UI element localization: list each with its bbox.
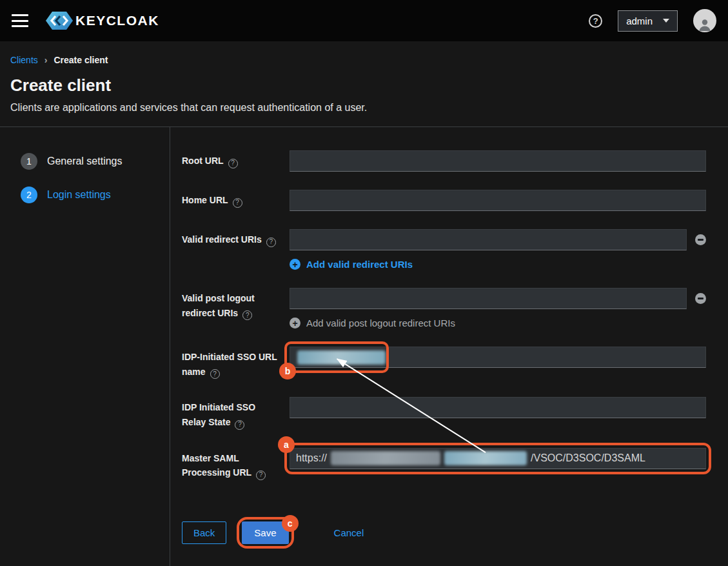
save-button[interactable]: Save [242,521,288,544]
valid-post-logout-uri-input[interactable] [290,288,687,309]
wizard-content: 1 General settings 2 Login settings Root… [0,126,728,566]
remove-redirect-uri-icon[interactable] [695,234,706,245]
add-link-label: Add valid redirect URIs [306,259,413,270]
wizard-step-general-settings[interactable]: 1 General settings [21,148,170,175]
user-menu-label: admin [626,15,653,26]
remove-post-logout-uri-icon[interactable] [695,293,706,304]
cancel-button[interactable]: Cancel [331,521,367,544]
label-text: IDP Initiated SSO Relay State [182,402,255,427]
label-text: IDP-Initiated SSO URL name [182,352,277,377]
master-saml-url-label: Master SAML Processing URL? [182,448,290,480]
root-url-input[interactable] [290,150,706,172]
help-icon[interactable]: ? [242,310,252,320]
form-group-home-url: Home URL? [182,190,706,211]
home-url-label: Home URL? [182,190,290,208]
label-text: Root URL [182,156,224,166]
help-icon[interactable]: ? [233,198,242,208]
idp-sso-relay-state-input[interactable] [290,397,706,418]
user-icon [697,17,713,32]
add-link-label: Add valid post logout redirect URIs [306,318,455,328]
avatar[interactable] [693,9,716,32]
form-actions: Back Save c Cancel [182,521,706,544]
step-number: 1 [21,153,37,170]
wizard-nav: 1 General settings 2 Login settings [0,127,170,566]
master-saml-url-prefix: https:// [296,452,327,464]
login-settings-form: Root URL? Home URL? Valid redirect URIs? [170,127,728,566]
breadcrumb-current: Create client [54,55,108,65]
breadcrumb-separator-icon: › [44,55,48,65]
back-button[interactable]: Back [182,521,226,544]
master-saml-url-suffix: /VSOC/D3SOC/D3SAML [531,452,645,464]
label-text: Valid redirect URIs [182,234,262,245]
nav-toggle-hamburger-icon[interactable] [12,14,28,27]
masthead-tools: ? admin [589,9,716,32]
idp-sso-relay-state-label: IDP Initiated SSO Relay State? [182,397,290,429]
help-icon[interactable]: ? [266,238,276,247]
label-text: Home URL [182,195,228,205]
brand-name: KEYCLOAK [75,13,159,28]
step-label: General settings [47,156,123,167]
add-valid-post-logout-uris-button[interactable]: + Add valid post logout redirect URIs [290,318,455,328]
help-icon[interactable]: ? [235,420,244,430]
step-label: Login settings [47,189,111,201]
wizard-step-login-settings[interactable]: 2 Login settings [21,181,170,208]
idp-sso-url-name-input[interactable] [290,347,706,368]
add-valid-redirect-uris-button[interactable]: + Add valid redirect URIs [290,259,413,270]
valid-redirect-uri-input[interactable] [290,229,687,250]
valid-post-logout-uris-label: Valid post logout redirect URIs? [182,288,290,320]
breadcrumb: Clients › Create client [0,41,728,72]
label-text: Master SAML Processing URL [182,453,251,478]
help-icon[interactable]: ? [228,159,238,168]
page-subtitle: Clients are applications and services th… [10,102,716,114]
chevron-down-icon [663,19,669,23]
breadcrumb-clients-link[interactable]: Clients [10,55,38,65]
masthead: KEYCLOAK ? admin [0,0,728,41]
keycloak-logo-icon [45,11,74,30]
form-group-idp-sso-url-name: IDP-Initiated SSO URL name? b [182,347,706,379]
form-group-idp-sso-relay-state: IDP Initiated SSO Relay State? [182,397,706,429]
home-url-input[interactable] [290,190,706,211]
help-icon[interactable]: ? [210,369,220,379]
help-icon[interactable]: ? [256,470,266,480]
idp-sso-url-name-label: IDP-Initiated SSO URL name? [182,347,290,379]
page-title: Create client [10,76,716,96]
step-number: 2 [21,187,37,203]
valid-redirect-uris-label: Valid redirect URIs? [182,229,290,247]
form-group-valid-post-logout-uris: Valid post logout redirect URIs? + Add v… [182,288,706,328]
root-url-label: Root URL? [182,150,290,168]
help-icon[interactable]: ? [589,14,602,28]
form-group-valid-redirect-uris: Valid redirect URIs? + Add valid redirec… [182,229,706,270]
redacted-path-segment [444,451,527,465]
plus-icon: + [290,259,300,270]
form-group-master-saml-url: Master SAML Processing URL? https:// /VS… [182,448,706,480]
form-group-root-url: Root URL? [182,150,706,172]
redacted-host-segment [331,451,440,465]
redacted-sso-url-name-value [297,350,386,365]
page-header: Create client Clients are applications a… [0,72,728,126]
user-menu-dropdown[interactable]: admin [618,10,678,32]
keycloak-brand: KEYCLOAK [45,11,159,30]
master-saml-processing-url-input[interactable]: https:// /VSOC/D3SOC/D3SAML [290,448,706,469]
plus-icon: + [290,318,300,328]
